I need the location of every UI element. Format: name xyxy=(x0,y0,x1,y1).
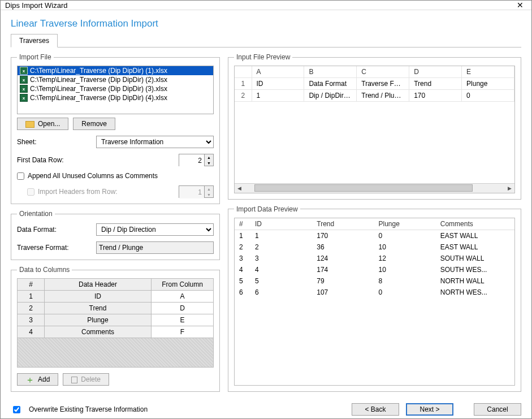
excel-icon: x xyxy=(20,76,28,84)
tab-traverses[interactable]: Traverses xyxy=(11,34,58,47)
import-wizard-window: Dips Import Wizard ✕ Linear Traverse Inf… xyxy=(0,0,532,419)
first-row-input[interactable] xyxy=(179,154,204,167)
col-from-header: From Column xyxy=(152,279,214,291)
scroll-right-icon[interactable]: ▶ xyxy=(505,183,514,193)
file-path: C:\Temp\Linear_Traverse (Dip DipDir) (2)… xyxy=(30,76,167,84)
traverse-format-label: Traverse Format: xyxy=(17,244,96,252)
orientation-section: Orientation Data Format: Dip / Dip Direc… xyxy=(11,210,220,260)
chevron-up-icon[interactable]: ▲ xyxy=(205,154,213,160)
excel-icon: x xyxy=(20,94,28,102)
open-button[interactable]: Open... xyxy=(17,118,68,130)
preview-row[interactable]: 4417410SOUTH WES... xyxy=(235,264,514,275)
preview-row[interactable]: 55798NORTH WALL xyxy=(235,275,514,287)
file-list-item[interactable]: xC:\Temp\Linear_Traverse (Dip DipDir) (2… xyxy=(18,75,213,84)
data-columns-legend: Data to Columns xyxy=(17,266,72,274)
data-columns-table[interactable]: # Data Header From Column 1IDA2TrendD3Pl… xyxy=(17,278,214,338)
page-title: Linear Traverse Information Import xyxy=(11,18,521,29)
table-row[interactable]: 4CommentsF xyxy=(18,326,214,338)
title-bar: Dips Import Wizard ✕ xyxy=(1,1,531,10)
import-file-legend: Import File xyxy=(17,53,54,61)
data-format-label: Data Format: xyxy=(17,226,96,234)
first-row-spinner[interactable]: ▲▼ xyxy=(179,154,214,166)
chevron-down-icon[interactable]: ▼ xyxy=(205,160,213,166)
append-columns-label: Append All Unused Columns as Comments xyxy=(28,172,158,180)
preview-row[interactable]: 111700EAST WALL xyxy=(235,230,514,241)
file-path: C:\Temp\Linear_Traverse (Dip DipDir) (4)… xyxy=(30,94,167,102)
file-path: C:\Temp\Linear_Traverse (Dip DipDir) (3)… xyxy=(30,85,167,93)
file-list-item[interactable]: xC:\Temp\Linear_Traverse (Dip DipDir) (3… xyxy=(18,84,213,93)
table-row[interactable]: 2TrendD xyxy=(18,303,214,314)
data-columns-empty-area xyxy=(17,338,214,368)
sheet-select[interactable]: Traverse Information xyxy=(96,136,214,148)
table-row[interactable]: 3PlungeE xyxy=(18,314,214,326)
add-button[interactable]: ＋Add xyxy=(17,373,58,386)
data-preview-section: Import Data Preview #IDTrendPlungeCommen… xyxy=(228,205,521,392)
data-format-select[interactable]: Dip / Dip Direction xyxy=(96,223,214,236)
preview-col-header: Trend xyxy=(312,218,374,230)
sheet-col-header: D xyxy=(409,66,462,78)
preview-row[interactable]: 223610EAST WALL xyxy=(235,241,514,253)
folder-icon xyxy=(25,121,34,128)
import-headers-checkbox xyxy=(27,188,34,196)
data-preview-grid[interactable]: #IDTrendPlungeComments111700EAST WALL223… xyxy=(234,218,515,386)
traverse-format-field: Trend / Plunge xyxy=(96,241,214,254)
preview-col-header: Comments xyxy=(436,218,498,230)
file-list-item[interactable]: xC:\Temp\Linear_Traverse (Dip DipDir) (4… xyxy=(18,93,213,102)
tab-strip: Traverses xyxy=(11,34,521,47)
sheet-col-header: A xyxy=(252,66,304,78)
window-title: Dips Import Wizard xyxy=(5,1,513,10)
overwrite-checkbox[interactable] xyxy=(13,406,20,413)
col-num-header: # xyxy=(18,279,45,291)
horizontal-scrollbar[interactable]: ◀ ▶ xyxy=(235,183,514,193)
scroll-left-icon[interactable]: ◀ xyxy=(235,183,244,193)
remove-button[interactable]: Remove xyxy=(73,118,115,130)
excel-icon: x xyxy=(20,85,28,93)
col-header-header: Data Header xyxy=(45,279,152,291)
back-button[interactable]: < Back xyxy=(352,403,399,416)
trash-icon xyxy=(71,377,77,383)
data-columns-section: Data to Columns # Data Header From Colum… xyxy=(11,266,220,392)
data-preview-legend: Import Data Preview xyxy=(234,205,300,213)
preview-col-header: Plunge xyxy=(374,218,436,230)
scrollbar-thumb[interactable] xyxy=(254,184,473,192)
input-preview-grid[interactable]: ABCDE1IDData FormatTraverse For...TrendP… xyxy=(234,66,515,193)
orientation-legend: Orientation xyxy=(17,210,55,218)
file-list-item[interactable]: xC:\Temp\Linear_Traverse (Dip DipDir) (1… xyxy=(18,66,213,75)
delete-button: Delete xyxy=(63,373,109,386)
content-area: Linear Traverse Information Import Trave… xyxy=(1,10,531,398)
overwrite-label: Overwrite Existing Traverse Information xyxy=(29,405,148,413)
cancel-button[interactable]: Cancel xyxy=(474,403,521,416)
import-headers-spinner: ▲▼ xyxy=(179,185,214,198)
close-icon[interactable]: ✕ xyxy=(513,1,527,10)
preview-col-header: # xyxy=(235,218,250,230)
first-row-label: First Data Row: xyxy=(17,156,96,164)
input-preview-legend: Input File Preview xyxy=(234,53,292,61)
sheet-label: Sheet: xyxy=(17,138,96,146)
append-columns-checkbox[interactable] xyxy=(17,172,24,180)
excel-icon: x xyxy=(20,67,28,75)
file-path: C:\Temp\Linear_Traverse (Dip DipDir) (1)… xyxy=(30,67,167,75)
sheet-col-header: E xyxy=(462,66,514,78)
preview-col-header: ID xyxy=(250,218,312,230)
sheet-col-header: C xyxy=(357,66,409,78)
import-headers-label: Import Headers from Row: xyxy=(38,188,175,196)
input-preview-section: Input File Preview ABCDE1IDData FormatTr… xyxy=(228,53,521,200)
next-button[interactable]: Next > xyxy=(406,403,453,416)
sheet-col-header: B xyxy=(304,66,357,78)
preview-row[interactable]: 3312412SOUTH WALL xyxy=(235,253,514,264)
sheet-row[interactable]: 1IDData FormatTraverse For...TrendPlunge xyxy=(235,78,514,90)
sheet-row[interactable]: 21Dip / DipDire...Trend / Plunge1700 xyxy=(235,90,514,102)
wizard-footer: Overwrite Existing Traverse Information … xyxy=(1,398,531,419)
file-list[interactable]: xC:\Temp\Linear_Traverse (Dip DipDir) (1… xyxy=(17,66,214,114)
table-row[interactable]: 1IDA xyxy=(18,291,214,303)
preview-row[interactable]: 661070NORTH WES... xyxy=(235,287,514,298)
import-file-section: Import File xC:\Temp\Linear_Traverse (Di… xyxy=(11,53,220,204)
plus-icon: ＋ xyxy=(25,377,34,383)
